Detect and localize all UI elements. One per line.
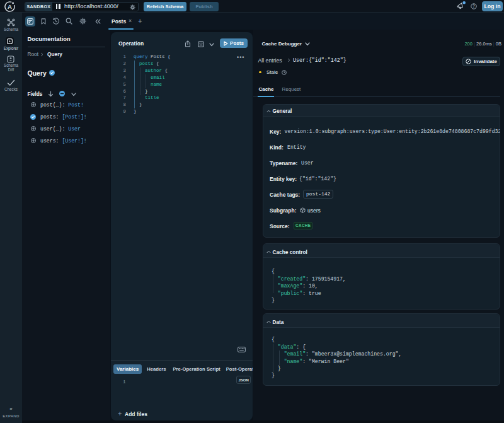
svg-text:A: A <box>8 3 12 10</box>
svg-text:?: ? <box>472 4 475 8</box>
